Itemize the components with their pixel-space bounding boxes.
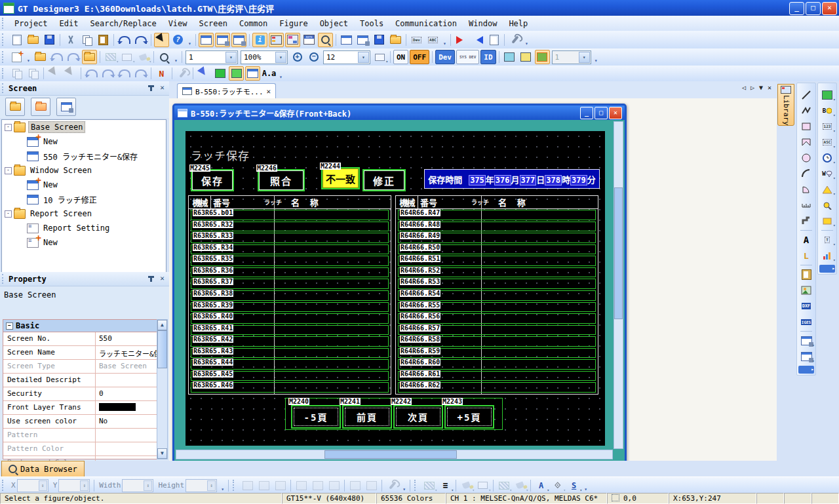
hmi-page-button-1[interactable]: 前頁	[342, 405, 392, 429]
menu-edit[interactable]: Edit	[54, 18, 85, 29]
hmi-comment-row[interactable]: R64R66.R50	[398, 244, 596, 255]
preview-button[interactable]	[157, 50, 172, 64]
back-layer-button[interactable]	[518, 50, 534, 64]
tree-item-base-screen[interactable]: -Base Screen	[2, 120, 166, 134]
text-size-combo[interactable]: 12▾	[323, 50, 370, 64]
data-browser-tab[interactable]: Data Browser	[1, 461, 85, 477]
grid-dropdown[interactable]: ▾	[421, 478, 437, 493]
screen-property-button[interactable]	[231, 33, 246, 47]
lamp-tool-icon[interactable]: B▾	[820, 104, 835, 118]
hmi-table-right[interactable]: 機械 番号 ラッチ 名 称 R64R66.R47R64R66.R48R64R66…	[395, 195, 598, 395]
circle-tool-icon[interactable]	[799, 151, 814, 165]
hmi-canvas[interactable]: ラッチ保存 M2245保存M2246照合M2244不一致修正 保存時間 375年…	[185, 131, 605, 446]
hmi-comment-row[interactable]: R64R66.R60	[398, 359, 596, 370]
next-screen-button[interactable]	[66, 50, 81, 64]
rectangle-tool-icon[interactable]	[799, 119, 814, 134]
property-close-icon[interactable]: ✕	[157, 274, 167, 284]
menu-communication[interactable]: Communication	[389, 18, 463, 29]
property-scrollbar[interactable]: ▲ ▼	[157, 319, 168, 459]
hmi-comment-row[interactable]: R63R65.R36	[191, 267, 389, 278]
open-button[interactable]	[26, 33, 41, 47]
verify-button[interactable]	[486, 33, 501, 47]
line-tool-icon[interactable]	[799, 88, 814, 102]
property-row-screen-name[interactable]: Screen Nameラッチモニター&保存	[3, 346, 157, 360]
refresh-screen-button[interactable]	[388, 33, 403, 47]
minimize-button[interactable]: _	[789, 2, 804, 15]
hmi-comment-row[interactable]: R63R65.R33	[191, 233, 389, 243]
comment-list-button[interactable]	[269, 33, 284, 47]
select-figure-button[interactable]	[196, 66, 211, 81]
select-green-button[interactable]	[229, 66, 244, 81]
hmi-button-3[interactable]: 修正	[362, 169, 406, 191]
text-tool-icon[interactable]: A	[799, 233, 814, 247]
comment-display-tool-icon[interactable]: W▾	[820, 166, 835, 181]
hmi-comment-row[interactable]: R64R66.R59	[398, 348, 596, 359]
tab-close-icon[interactable]: ✕	[267, 87, 271, 96]
hmi-comment-row[interactable]: R64R66.R55	[398, 302, 596, 313]
library-tab[interactable]: Library	[777, 84, 794, 126]
select-object-button[interactable]	[63, 66, 78, 81]
property-value[interactable]: 0	[96, 387, 157, 400]
scale-tool-icon[interactable]	[799, 198, 814, 212]
select-cursor-button[interactable]	[154, 33, 169, 47]
back-screen-button[interactable]	[215, 33, 230, 47]
device-display-button[interactable]: Dev	[435, 50, 455, 64]
data-browser-button[interactable]	[318, 33, 333, 47]
polygon-tool-icon[interactable]	[799, 135, 814, 149]
tree-expander-icon[interactable]: -	[5, 167, 12, 174]
hmi-comment-row[interactable]: R64R66.R56	[398, 313, 596, 324]
id-display-button[interactable]: ID	[480, 50, 496, 64]
property-value[interactable]: 550	[96, 332, 157, 345]
text-solid-dropdown[interactable]: S▾	[566, 478, 581, 493]
hmi-comment-row[interactable]: R63R65.R37	[191, 279, 389, 289]
undo-button[interactable]	[117, 33, 132, 47]
menu-search-replace[interactable]: Search/Replace	[84, 18, 162, 29]
new-button[interactable]	[9, 33, 24, 47]
help-button[interactable]: ?	[170, 33, 185, 47]
save-button[interactable]	[42, 33, 57, 47]
property-row-detailed-descript[interactable]: Detailed Descript	[3, 374, 157, 387]
editor-close-icon[interactable]: ✕	[609, 107, 622, 119]
state-on-button[interactable]: ON	[393, 50, 408, 64]
editor-hscrollbar[interactable]	[176, 450, 613, 459]
menu-window[interactable]: Window	[463, 18, 503, 29]
tree-item-10-[interactable]: -10 ラッチ修正	[2, 192, 166, 206]
property-pin-icon[interactable]	[150, 276, 152, 282]
maximize-button[interactable]: □	[806, 2, 821, 15]
align-center-button[interactable]	[256, 478, 271, 493]
polyline-tool-icon[interactable]	[799, 104, 814, 118]
hmi-comment-row[interactable]: R64R66.R58	[398, 336, 596, 347]
state-off-button[interactable]: OFF	[410, 50, 429, 64]
property-value[interactable]	[96, 442, 157, 456]
alarm-list-tool-icon[interactable]: ▾	[820, 214, 835, 228]
rotate-left-button[interactable]	[84, 66, 99, 81]
object-setting-button[interactable]	[175, 66, 190, 81]
tab-close-all-icon[interactable]: ✕	[768, 84, 771, 91]
pattern2-dropdown[interactable]: ▾	[496, 478, 511, 493]
property-value[interactable]	[96, 401, 157, 414]
hmi-table-left[interactable]: 機械 番号 ラッチ 名 称 R63R65.b01R63R65.R32R63R65…	[188, 195, 391, 395]
align-right-button[interactable]	[273, 478, 288, 493]
capture-area-tool-icon[interactable]: ▾	[799, 349, 814, 364]
read-from-got-button[interactable]	[470, 33, 485, 47]
tree-item-report-screen[interactable]: -Report Screen	[2, 206, 166, 221]
hmi-comment-row[interactable]: R64R66.R61	[398, 371, 596, 381]
hmi-comment-row[interactable]: R64R66.R51	[398, 256, 596, 266]
arc-tool-icon[interactable]	[799, 166, 814, 181]
align-left-button[interactable]	[240, 478, 255, 493]
keyboard-button[interactable]: ▾	[372, 50, 387, 64]
tab-scroll-left-icon[interactable]: ◁	[742, 84, 746, 91]
distribute-h-button[interactable]	[347, 478, 362, 493]
property-section-basic[interactable]: − Basic	[3, 320, 157, 332]
frame-dropdown[interactable]: ▾	[475, 478, 490, 493]
open-screen-tool-button[interactable]	[5, 98, 25, 116]
property-value[interactable]	[96, 374, 157, 387]
property-row-pattern-color[interactable]: Pattern Color	[3, 442, 157, 456]
front-layer-button[interactable]	[502, 50, 517, 64]
window-cascade-button[interactable]	[339, 33, 354, 47]
tab-list-icon[interactable]: ▼	[759, 84, 763, 91]
window-tile-button[interactable]	[355, 33, 370, 47]
screen-info-button[interactable]: i	[252, 33, 267, 47]
close-button[interactable]: ✕	[822, 2, 837, 15]
touch-switch-tool-icon[interactable]: ▾	[820, 88, 835, 102]
